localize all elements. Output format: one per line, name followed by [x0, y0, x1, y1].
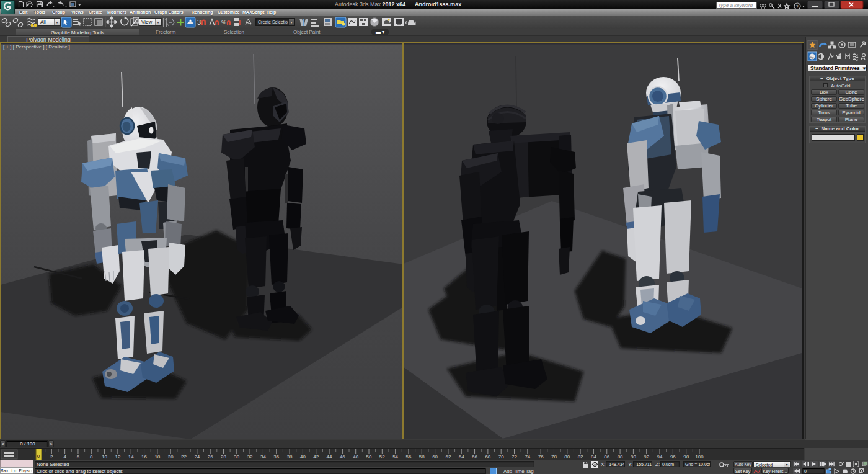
svg-text:10: 10 — [102, 454, 107, 460]
svg-text:72: 72 — [512, 454, 517, 460]
svg-text:3: 3 — [197, 19, 201, 26]
svg-text:82: 82 — [578, 454, 583, 460]
svg-text:58: 58 — [419, 454, 425, 460]
svg-text:100: 100 — [695, 454, 704, 460]
svg-text:86: 86 — [604, 454, 609, 460]
svg-text:62: 62 — [445, 454, 451, 460]
svg-text:38: 38 — [287, 454, 293, 460]
svg-text:44: 44 — [327, 454, 332, 460]
svg-text:70: 70 — [498, 454, 504, 460]
svg-text:74: 74 — [525, 454, 530, 460]
svg-text:76: 76 — [538, 454, 544, 460]
svg-text:52: 52 — [379, 454, 385, 460]
svg-text:%: % — [221, 19, 226, 25]
svg-text:50: 50 — [366, 454, 372, 460]
svg-text:78: 78 — [551, 454, 557, 460]
svg-text:34: 34 — [260, 454, 266, 460]
svg-text:32: 32 — [247, 454, 253, 460]
svg-text:22: 22 — [181, 454, 187, 460]
svg-text:98: 98 — [683, 454, 689, 460]
svg-text:2: 2 — [50, 454, 53, 460]
svg-text:14: 14 — [128, 454, 134, 460]
svg-text:42: 42 — [313, 454, 319, 460]
svg-text:4: 4 — [63, 454, 66, 460]
svg-text:64: 64 — [459, 454, 464, 460]
svg-text:24: 24 — [194, 454, 200, 460]
svg-text:60: 60 — [432, 454, 438, 460]
svg-text:20: 20 — [168, 454, 174, 460]
svg-text:88: 88 — [618, 454, 623, 460]
svg-text:0: 0 — [37, 454, 40, 459]
svg-text:90: 90 — [631, 454, 636, 460]
svg-text:6: 6 — [77, 454, 80, 460]
svg-text:36: 36 — [273, 454, 279, 460]
svg-text:8: 8 — [90, 454, 93, 460]
svg-text:54: 54 — [392, 454, 398, 460]
svg-text:30: 30 — [234, 454, 239, 460]
svg-text:84: 84 — [591, 454, 596, 460]
svg-text:68: 68 — [485, 454, 490, 460]
svg-text:12: 12 — [115, 454, 120, 460]
svg-text:18: 18 — [154, 454, 160, 460]
svg-text:66: 66 — [472, 454, 477, 460]
svg-text:28: 28 — [221, 454, 226, 460]
svg-text:40: 40 — [300, 454, 306, 460]
svg-text:26: 26 — [208, 454, 213, 460]
svg-text:48: 48 — [353, 454, 358, 460]
svg-text:96: 96 — [670, 454, 676, 460]
svg-text:56: 56 — [406, 454, 412, 460]
svg-text:46: 46 — [340, 454, 345, 460]
svg-text:94: 94 — [657, 454, 663, 460]
svg-text:80: 80 — [564, 454, 570, 460]
svg-text:92: 92 — [644, 454, 649, 460]
svg-text:16: 16 — [141, 454, 147, 460]
